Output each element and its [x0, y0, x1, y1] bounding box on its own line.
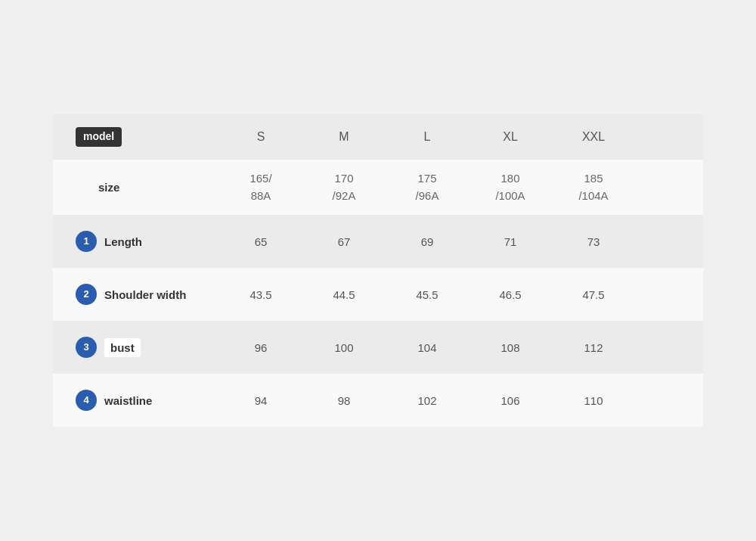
header-l: L [386, 120, 469, 154]
bust-xl: 108 [469, 329, 552, 366]
bust-badge: 3 [76, 337, 97, 358]
size-l: 175/96A [386, 160, 469, 215]
waistline-m: 98 [302, 382, 386, 419]
size-m: 170/92A [302, 160, 386, 215]
bust-xxl: 112 [552, 329, 635, 366]
length-xxl: 73 [552, 223, 635, 260]
length-m: 67 [302, 223, 386, 260]
size-table: model S M L XL XXL size 165/88A 170/92A … [53, 114, 703, 427]
header-xxl: XXL [552, 120, 635, 154]
waistline-s: 94 [219, 382, 302, 419]
header-row: model S M L XL XXL [53, 114, 703, 160]
size-xxl: 185/104A [552, 160, 635, 215]
length-s: 65 [219, 223, 302, 260]
shoulder-label-cell: 2 Shoulder width [53, 273, 219, 316]
length-badge: 1 [76, 231, 97, 252]
header-s: S [219, 120, 302, 154]
length-xl: 71 [469, 223, 552, 260]
length-label: Length [104, 234, 142, 250]
model-badge: model [76, 127, 122, 147]
shoulder-l: 45.5 [386, 276, 469, 313]
size-label: size [53, 169, 219, 206]
bust-label-cell: 3 bust [53, 326, 219, 368]
size-xl: 180/100A [469, 160, 552, 215]
length-l: 69 [386, 223, 469, 260]
shoulder-s: 43.5 [219, 276, 302, 313]
length-label-cell: 1 Length [53, 220, 219, 263]
size-s: 165/88A [219, 160, 302, 215]
header-model-cell: model [53, 117, 219, 157]
shoulder-label: Shoulder width [104, 287, 186, 303]
waistline-xl: 106 [469, 382, 552, 419]
bust-row: 3 bust 96 100 104 108 112 [53, 321, 703, 374]
size-row: size 165/88A 170/92A 175/96A 180/100A 18… [53, 160, 703, 215]
bust-m: 100 [302, 329, 386, 366]
waistline-badge: 4 [76, 390, 97, 411]
bust-l: 104 [386, 329, 469, 366]
bust-s: 96 [219, 329, 302, 366]
shoulder-row: 2 Shoulder width 43.5 44.5 45.5 46.5 47.… [53, 268, 703, 321]
length-row: 1 Length 65 67 69 71 73 [53, 215, 703, 268]
header-m: M [302, 120, 386, 154]
shoulder-badge: 2 [76, 284, 97, 305]
waistline-row: 4 waistline 94 98 102 106 110 [53, 374, 703, 427]
waistline-xxl: 110 [552, 382, 635, 419]
waistline-label: waistline [104, 393, 152, 409]
header-xl: XL [469, 120, 552, 154]
bust-label: bust [104, 338, 141, 357]
shoulder-xl: 46.5 [469, 276, 552, 313]
waistline-l: 102 [386, 382, 469, 419]
waistline-label-cell: 4 waistline [53, 379, 219, 421]
shoulder-xxl: 47.5 [552, 276, 635, 313]
shoulder-m: 44.5 [302, 276, 386, 313]
